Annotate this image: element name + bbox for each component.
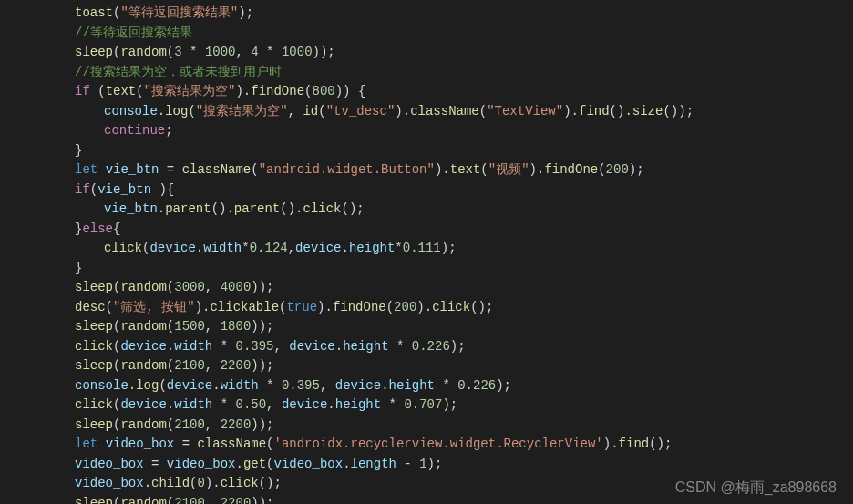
code-token: findOne <box>544 162 598 177</box>
code-token: . <box>158 201 165 216</box>
code-token: 4 <box>251 45 258 59</box>
code-token: width <box>174 397 212 412</box>
code-line[interactable]: console.log(device.width * 0.395, device… <box>0 376 853 396</box>
code-token: , <box>288 241 295 255</box>
code-token: clickable <box>210 300 279 314</box>
code-token: let <box>75 162 98 177</box>
code-token: "tv_desc" <box>326 104 396 118</box>
code-line[interactable]: }else{ <box>0 220 853 240</box>
code-line[interactable]: sleep(random(1500, 1800)); <box>0 317 853 337</box>
code-line[interactable]: vie_btn.parent().parent().click(); <box>0 200 853 220</box>
code-token: size <box>632 104 663 118</box>
code-token: . <box>128 378 136 393</box>
code-line[interactable]: } <box>0 141 853 161</box>
code-token: . <box>235 457 242 471</box>
code-token: * <box>212 339 235 354</box>
code-line[interactable]: } <box>0 259 853 279</box>
code-token: 2100 <box>174 417 205 432</box>
code-token: 200 <box>606 162 629 177</box>
code-token: , <box>274 339 290 354</box>
code-token: ); <box>238 5 253 20</box>
code-token: className <box>182 162 252 177</box>
code-token: get <box>243 457 266 471</box>
code-token: , <box>205 319 221 334</box>
code-token: , <box>288 104 303 118</box>
code-token: ( <box>480 162 488 177</box>
code-token: 0.395 <box>282 378 320 393</box>
code-token: if <box>75 182 90 197</box>
code-token: video_box <box>75 476 144 490</box>
code-token: random <box>120 496 166 505</box>
code-token: ). <box>395 104 410 118</box>
code-token: 2200 <box>221 496 252 505</box>
code-token: , <box>266 397 282 412</box>
code-line[interactable]: sleep(random(2100, 2200)); <box>0 416 853 436</box>
code-token: click <box>75 339 113 354</box>
code-token: ( <box>386 300 394 314</box>
code-line[interactable]: console.log("搜索结果为空", id("tv_desc").clas… <box>0 102 853 122</box>
code-token: = <box>174 437 197 451</box>
code-line[interactable]: if (text("搜索结果为空").findOne(800)) { <box>0 82 853 102</box>
code-line[interactable]: //搜索结果为空，或者未搜到用户时 <box>0 63 853 83</box>
code-token: (). <box>211 201 234 216</box>
code-token: click <box>75 397 113 412</box>
code-token: * <box>435 378 457 393</box>
code-token: ( <box>318 104 325 118</box>
code-token: height <box>389 378 435 393</box>
code-line[interactable]: continue; <box>0 121 853 141</box>
code-line[interactable]: //等待返回搜索结果 <box>0 24 853 44</box>
code-token: )) { <box>335 84 366 98</box>
code-token: ( <box>136 84 143 98</box>
code-token: ; <box>165 123 172 138</box>
code-line[interactable]: video_box = video_box.get(video_box.leng… <box>0 455 853 475</box>
code-token: ( <box>167 45 174 59</box>
code-line[interactable]: toast("等待返回搜索结果"); <box>0 4 853 24</box>
code-token: sleep <box>75 417 113 432</box>
code-line[interactable]: click(device.width * 0.50, device.height… <box>0 396 853 416</box>
code-editor[interactable]: toast("等待返回搜索结果");//等待返回搜索结果sleep(random… <box>0 0 853 504</box>
code-line[interactable]: sleep(random(3000, 4000)); <box>0 278 853 298</box>
code-token: height <box>343 339 388 354</box>
code-token: log <box>136 378 159 393</box>
code-token: video_box <box>75 457 144 471</box>
code-token: id <box>303 104 318 118</box>
code-token: ( <box>479 104 487 118</box>
code-token: 0.395 <box>235 339 273 354</box>
code-token: className <box>410 104 479 118</box>
code-token: - <box>396 457 419 471</box>
code-line[interactable]: sleep(random(3 * 1000, 4 * 1000)); <box>0 43 853 63</box>
code-token: , <box>235 45 251 59</box>
code-token: console <box>75 378 128 393</box>
code-token: ); <box>450 339 466 354</box>
code-token: random <box>120 280 166 294</box>
code-token: 2100 <box>174 496 205 505</box>
code-token: if <box>75 84 90 98</box>
code-line[interactable]: let video_box = className('androidx.recy… <box>0 435 853 455</box>
code-token: . <box>158 104 165 118</box>
code-token: )); <box>251 496 273 505</box>
code-token: sleep <box>75 358 113 373</box>
code-token: "TextView" <box>487 104 563 118</box>
code-token: ( <box>266 437 273 451</box>
code-token: random <box>120 319 166 334</box>
code-token: vie_btn <box>98 182 151 197</box>
code-token: 1500 <box>174 319 205 334</box>
code-token: * <box>259 378 282 393</box>
code-line[interactable]: click(device.width * 0.395, device.heigh… <box>0 337 853 357</box>
code-token: . <box>167 339 174 354</box>
code-line[interactable]: desc("筛选, 按钮").clickable(true).findOne(2… <box>0 298 853 318</box>
code-token: child <box>151 476 190 490</box>
code-line[interactable]: if(vie_btn ){ <box>0 180 853 201</box>
code-token: . <box>205 496 221 505</box>
code-token: 3 <box>174 45 181 59</box>
code-token: ( <box>251 162 258 177</box>
code-line[interactable]: sleep(random(2100, 2200)); <box>0 356 853 376</box>
code-token: 0 <box>197 476 204 490</box>
code-token: device <box>335 378 381 393</box>
code-token: ( <box>167 319 174 334</box>
code-token: * <box>182 45 205 59</box>
code-token: } <box>75 261 82 275</box>
code-line[interactable]: click(device.width*0.124,device.height*0… <box>0 239 853 259</box>
code-line[interactable]: let vie_btn = className("android.widget.… <box>0 160 853 180</box>
code-token: ); <box>442 397 457 412</box>
